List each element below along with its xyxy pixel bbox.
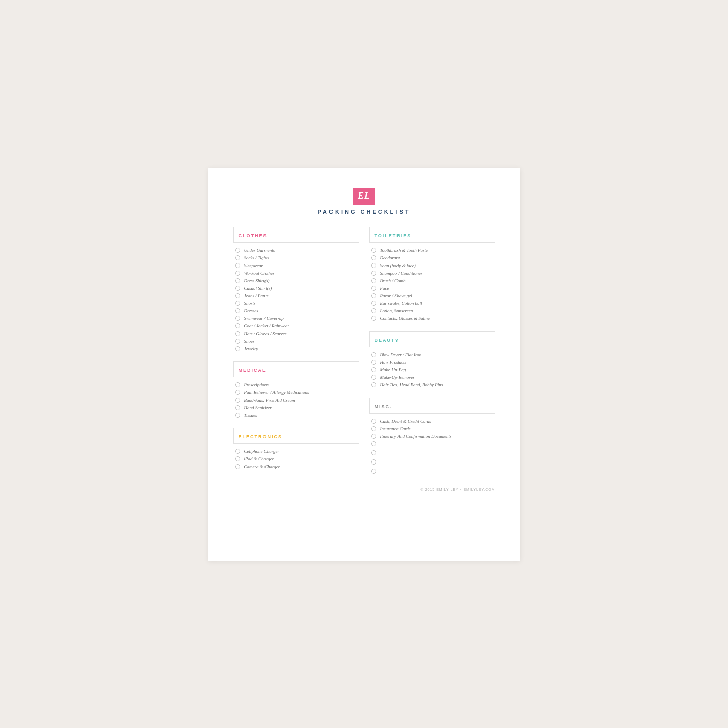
checkbox[interactable] bbox=[371, 308, 376, 313]
checkbox[interactable] bbox=[235, 405, 240, 410]
checkbox[interactable] bbox=[235, 248, 240, 253]
list-item[interactable]: Coat / Jacket / Rainwear bbox=[233, 322, 359, 329]
list-item[interactable]: iPad & Charger bbox=[233, 455, 359, 462]
list-item[interactable]: Dresses bbox=[233, 307, 359, 314]
checkbox[interactable] bbox=[371, 255, 376, 260]
list-item[interactable]: Deodorant bbox=[369, 254, 495, 261]
item-label: Insurance Cards bbox=[380, 426, 411, 431]
item-label: Itinerary And Confirmation Documents bbox=[380, 434, 452, 439]
list-item[interactable]: Toothbrush & Tooth Paste bbox=[369, 247, 495, 254]
checkbox[interactable] bbox=[235, 413, 240, 418]
checkbox[interactable] bbox=[371, 360, 376, 365]
list-item[interactable]: Ear swabs, Cotton ball bbox=[369, 300, 495, 307]
list-item[interactable]: Brush / Comb bbox=[369, 277, 495, 284]
item-label: Camera & Charger bbox=[244, 464, 280, 469]
checkbox[interactable] bbox=[371, 293, 376, 298]
list-item[interactable]: Soap (body & face) bbox=[369, 262, 495, 269]
checkbox[interactable] bbox=[235, 390, 240, 395]
checkbox[interactable] bbox=[235, 323, 240, 328]
checkbox[interactable] bbox=[235, 278, 240, 283]
checkbox[interactable] bbox=[371, 352, 376, 357]
checkbox[interactable] bbox=[235, 255, 240, 260]
checkbox[interactable] bbox=[371, 419, 376, 424]
section-title-electronics: ELECTRONICS bbox=[239, 434, 283, 439]
list-item[interactable]: Itinerary And Confirmation Documents bbox=[369, 433, 495, 440]
empty-list-item[interactable] bbox=[369, 440, 495, 447]
logo: EL bbox=[353, 188, 375, 205]
checkbox[interactable] bbox=[235, 449, 240, 454]
checkbox[interactable] bbox=[371, 248, 376, 253]
checkbox[interactable] bbox=[235, 339, 240, 344]
checkbox[interactable] bbox=[371, 469, 376, 474]
list-item[interactable]: Face bbox=[369, 285, 495, 292]
list-item[interactable]: Sleepwear bbox=[233, 262, 359, 269]
checkbox[interactable] bbox=[371, 450, 376, 455]
list-item[interactable]: Blow Dryer / Flat Iron bbox=[369, 351, 495, 358]
checkbox[interactable] bbox=[371, 375, 376, 380]
list-item[interactable]: Make-Up Remover bbox=[369, 374, 495, 381]
item-label: Contacts, Glasses & Saline bbox=[380, 316, 430, 321]
list-item[interactable]: Lotion, Sunscreen bbox=[369, 307, 495, 314]
checkbox[interactable] bbox=[235, 308, 240, 313]
checkbox[interactable] bbox=[235, 456, 240, 461]
list-item[interactable]: Jeans / Pants bbox=[233, 292, 359, 299]
checkbox[interactable] bbox=[235, 331, 240, 336]
checkbox[interactable] bbox=[371, 441, 376, 446]
checkbox[interactable] bbox=[235, 286, 240, 291]
empty-list-item[interactable] bbox=[369, 458, 495, 466]
empty-list-item[interactable] bbox=[369, 468, 495, 475]
list-item[interactable]: Swimwear / Cover-up bbox=[233, 315, 359, 322]
checkbox[interactable] bbox=[371, 271, 376, 276]
list-item[interactable]: Under Garments bbox=[233, 247, 359, 254]
checkbox[interactable] bbox=[235, 346, 240, 351]
section-toiletries: TOILETRIES Toothbrush & Tooth Paste Deod… bbox=[369, 227, 495, 322]
list-item[interactable]: Hair Ties, Head Band, Bobby Pins bbox=[369, 381, 495, 388]
medical-list: Prescriptions Pain Reliever / Allergy Me… bbox=[233, 381, 359, 419]
empty-list-item[interactable] bbox=[369, 449, 495, 456]
item-label: Hair Products bbox=[380, 360, 406, 365]
checkbox[interactable] bbox=[235, 301, 240, 306]
list-item[interactable]: Socks / Tights bbox=[233, 254, 359, 261]
list-item[interactable]: Camera & Charger bbox=[233, 463, 359, 470]
checkbox[interactable] bbox=[371, 367, 376, 372]
checkbox[interactable] bbox=[371, 316, 376, 321]
checkbox[interactable] bbox=[371, 301, 376, 306]
list-item[interactable]: Workout Clothes bbox=[233, 270, 359, 277]
checkbox[interactable] bbox=[235, 271, 240, 276]
checkbox[interactable] bbox=[235, 293, 240, 298]
list-item[interactable]: Insurance Cards bbox=[369, 425, 495, 432]
checkbox[interactable] bbox=[235, 382, 240, 387]
checkbox[interactable] bbox=[371, 263, 376, 268]
list-item[interactable]: Shorts bbox=[233, 300, 359, 307]
checkbox[interactable] bbox=[371, 286, 376, 291]
checkbox[interactable] bbox=[235, 316, 240, 321]
list-item[interactable]: Dress Shirt(s) bbox=[233, 277, 359, 284]
list-item[interactable]: Contacts, Glasses & Saline bbox=[369, 315, 495, 322]
list-item[interactable]: Cellphone Charger bbox=[233, 448, 359, 455]
list-item[interactable]: Shoes bbox=[233, 338, 359, 345]
list-item[interactable]: Hats / Gloves / Scarves bbox=[233, 330, 359, 337]
list-item[interactable]: Pain Reliever / Allergy Medications bbox=[233, 389, 359, 396]
list-item[interactable]: Hair Products bbox=[369, 359, 495, 366]
checkbox[interactable] bbox=[371, 382, 376, 387]
list-item[interactable]: Razor / Shave gel bbox=[369, 292, 495, 299]
list-item[interactable]: Casual Shirt(s) bbox=[233, 285, 359, 292]
list-item[interactable]: Cash, Debit & Credit Cards bbox=[369, 418, 495, 425]
list-item[interactable]: Jewelry bbox=[233, 345, 359, 352]
list-item[interactable]: Tissues bbox=[233, 412, 359, 419]
list-item[interactable]: Prescriptions bbox=[233, 381, 359, 388]
checkbox[interactable] bbox=[371, 426, 376, 431]
checkbox[interactable] bbox=[235, 263, 240, 268]
list-item[interactable]: Make-Up Bag bbox=[369, 366, 495, 373]
checkbox[interactable] bbox=[371, 278, 376, 283]
list-item[interactable]: Hand Sanitizer bbox=[233, 404, 359, 411]
item-label: Hand Sanitizer bbox=[244, 405, 272, 410]
checkbox[interactable] bbox=[235, 398, 240, 403]
list-item[interactable]: Band-Aids, First Aid Cream bbox=[233, 396, 359, 404]
electronics-list: Cellphone Charger iPad & Charger Camera … bbox=[233, 448, 359, 470]
checkbox[interactable] bbox=[371, 434, 376, 439]
checkbox[interactable] bbox=[235, 464, 240, 469]
checkbox[interactable] bbox=[371, 459, 376, 465]
list-item[interactable]: Shampoo / Conditioner bbox=[369, 270, 495, 277]
item-label: Hats / Gloves / Scarves bbox=[244, 331, 287, 336]
